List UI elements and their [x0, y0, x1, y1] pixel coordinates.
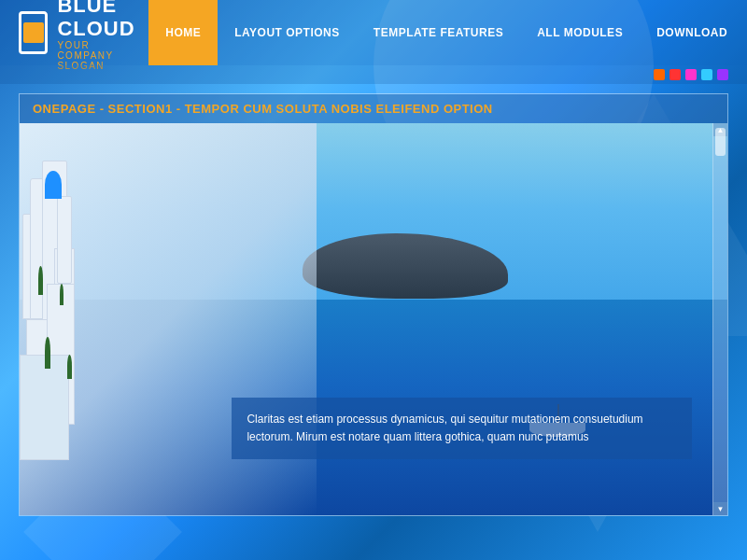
logo-text-area: BLUE CLOUD YOUR COMPANY SLOGAN [57, 0, 148, 71]
header: BLUE CLOUD YOUR COMPANY SLOGAN HOME LAYO… [0, 0, 747, 65]
red-color-dot[interactable] [669, 69, 681, 80]
scrollbar-arrow-down[interactable]: ▼ [713, 502, 727, 515]
hero-text: Claritas est etiam processus dynamicus, … [247, 413, 642, 443]
scrollbar[interactable]: ▲ ▼ [712, 123, 727, 515]
nav-item-home[interactable]: HOME [148, 0, 218, 65]
logo-area: BLUE CLOUD YOUR COMPANY SLOGAN [19, 0, 148, 71]
building-complex [20, 143, 145, 496]
building-8 [57, 196, 72, 285]
building-7 [20, 355, 69, 460]
color-dots-row [0, 65, 747, 84]
nav-item-template-features[interactable]: TEMPLATE FEATURES [357, 0, 520, 65]
tree-4 [67, 355, 72, 379]
orange-color-dot[interactable] [654, 69, 665, 80]
nav-item-all-modules[interactable]: ALL MODULES [520, 0, 640, 65]
main-nav: HOME LAYOUT OPTIONS TEMPLATE FEATURES AL… [148, 0, 744, 65]
hero-area: Claritas est etiam processus dynamicus, … [20, 123, 727, 515]
tree-2 [60, 284, 63, 305]
hero-scene: Claritas est etiam processus dynamicus, … [20, 123, 727, 515]
logo-title: BLUE CLOUD [57, 0, 148, 40]
scrollbar-thumb[interactable] [715, 128, 726, 156]
purple-color-dot[interactable] [717, 69, 728, 80]
dome [45, 171, 63, 199]
cyan-color-dot[interactable] [701, 69, 712, 80]
logo-icon [19, 11, 48, 54]
pink-color-dot[interactable] [685, 69, 697, 80]
logo-square [23, 22, 44, 43]
hero-text-overlay: Claritas est etiam processus dynamicus, … [232, 398, 692, 459]
main-content-area: ONEPAGE - SECTION1 - TEMPOR CUM SOLUTA N… [19, 93, 728, 516]
section-heading: ONEPAGE - SECTION1 - TEMPOR CUM SOLUTA N… [20, 94, 727, 123]
nav-item-layout-options[interactable]: LAYOUT OPTIONS [218, 0, 357, 65]
nav-item-download[interactable]: DOWNLOAD [640, 0, 744, 65]
